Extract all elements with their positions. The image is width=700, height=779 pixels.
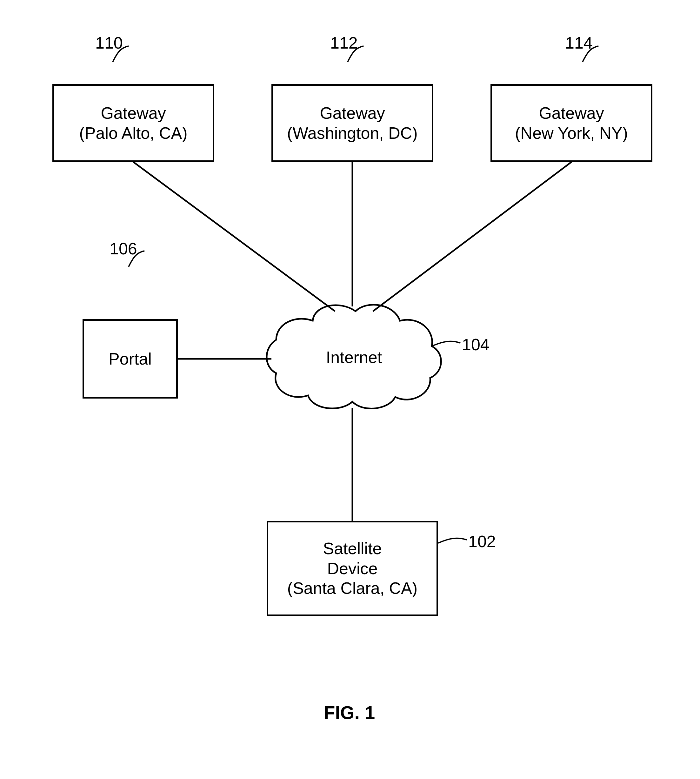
ref-102: 102 (468, 532, 496, 551)
ref-110: 110 (95, 33, 123, 52)
sat-line2: Device (327, 559, 378, 578)
node-satellite-device: Satellite Device (Santa Clara, CA) (267, 521, 438, 616)
node-gateway-newyork: Gateway (New York, NY) (490, 84, 652, 162)
figure-caption: FIG. 1 (324, 702, 375, 723)
svg-line-0 (133, 162, 335, 311)
diagram-canvas: Gateway (Palo Alto, CA) 110 Gateway (Was… (0, 0, 700, 779)
cloud-label: Internet (325, 348, 383, 367)
gw3-line1: Gateway (539, 103, 604, 123)
portal-label: Portal (108, 349, 152, 369)
gw2-line1: Gateway (320, 103, 385, 123)
ref-114: 114 (565, 33, 593, 52)
gw1-line1: Gateway (101, 103, 166, 123)
sat-line3: (Santa Clara, CA) (287, 578, 417, 598)
gw1-line2: (Palo Alto, CA) (79, 123, 187, 143)
node-gateway-washington: Gateway (Washington, DC) (272, 84, 433, 162)
sat-line1: Satellite (323, 539, 382, 558)
node-portal: Portal (83, 319, 178, 399)
gw3-line2: (New York, NY) (515, 123, 628, 143)
gw2-line2: (Washington, DC) (287, 123, 417, 143)
ref-106: 106 (110, 239, 137, 258)
svg-line-2 (373, 162, 572, 311)
ref-104: 104 (462, 335, 490, 354)
node-gateway-paloalto: Gateway (Palo Alto, CA) (52, 84, 214, 162)
ref-112: 112 (330, 33, 358, 52)
